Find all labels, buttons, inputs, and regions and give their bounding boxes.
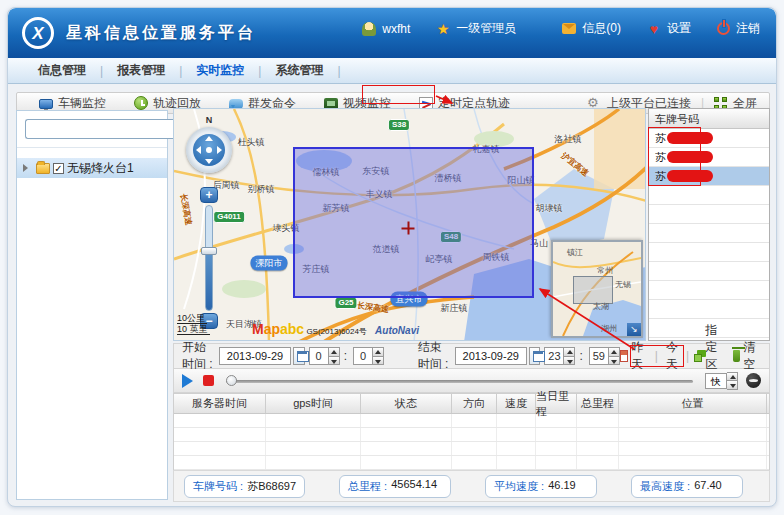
speed-field[interactable]: 快 [705, 373, 727, 389]
playback-slider[interactable] [226, 374, 693, 388]
slider-track[interactable] [226, 380, 693, 383]
tab-信息管理[interactable]: 信息管理 [24, 62, 100, 79]
logout-power-icon [717, 22, 730, 35]
monitor-icon [39, 99, 53, 109]
nav-tab-bar: 信息管理|报表管理|实时监控|系统管理| [8, 58, 776, 84]
start-date-field[interactable] [219, 347, 291, 365]
zoom-in-button[interactable]: + [200, 187, 218, 203]
inset-label: 无锡 [615, 279, 631, 290]
calendar-icon [620, 350, 628, 362]
column-header-gps时间[interactable]: gps时间 [266, 394, 361, 413]
start-hour-field[interactable]: 0 [309, 347, 329, 365]
tree-node-无锡烽火台1[interactable]: ✓无锡烽火台1 [17, 158, 167, 178]
compass-north-label: N [206, 115, 213, 125]
clear-button[interactable]: 清空 [733, 339, 759, 373]
inset-label: 湖州 [601, 323, 617, 334]
plate-row-empty [649, 224, 769, 243]
map-canvas[interactable]: 杜头镇后周镇别桥镇埭头镇儒林镇东安镇丰义镇新芳镇范道镇芳庄镇新庄镇天目湖镇漕桥镇… [173, 108, 646, 341]
inset-label: 常州 [597, 265, 613, 276]
plate-row-empty [649, 243, 769, 262]
column-header-状态[interactable]: 状态 [361, 394, 452, 413]
column-header-当日里程[interactable]: 当日里程 [536, 394, 577, 413]
pan-left-arrow-icon[interactable] [196, 146, 201, 154]
end-date-field[interactable] [455, 347, 527, 365]
playback-globe-icon[interactable] [746, 373, 761, 388]
status-value: 67.40 [694, 479, 722, 491]
column-header-总里程[interactable]: 总里程 [577, 394, 619, 413]
scale-mi-label: 10 英里 [177, 324, 210, 335]
speed-stepper[interactable] [727, 372, 738, 390]
status-box-总里程: 总里程 :45654.14 [339, 475, 451, 498]
start-calendar-icon[interactable] [293, 347, 305, 365]
plate-row[interactable]: 苏 [649, 167, 769, 186]
pan-up-arrow-icon[interactable] [205, 136, 213, 141]
stop-button-icon[interactable] [203, 375, 214, 386]
plate-row[interactable]: 苏 [649, 148, 769, 167]
end-time-label: 结束时间 : [418, 339, 451, 373]
messages-icon [562, 23, 576, 34]
column-header-位置[interactable]: 位置 [619, 394, 767, 413]
settings-heart-icon: ♥ [647, 22, 661, 36]
tab-报表管理[interactable]: 报表管理 [103, 62, 179, 79]
end-calendar-icon[interactable] [529, 347, 541, 365]
vehicle-tree: ✓无锡烽火台1 [17, 158, 167, 178]
page-title: 星科信息位置服务平台 [66, 23, 256, 44]
end-minute-stepper[interactable] [609, 347, 620, 365]
compass-center-dot[interactable] [206, 147, 212, 153]
column-header-服务器时间[interactable]: 服务器时间 [174, 394, 266, 413]
tab-实时监控[interactable]: 实时监控 [182, 62, 258, 79]
start-hour-stepper[interactable] [329, 347, 340, 365]
column-header-方向[interactable]: 方向 [452, 394, 497, 413]
plate-row[interactable]: 苏 [649, 129, 769, 148]
toolbar-button-车辆监控[interactable]: 车辆监控 [39, 95, 106, 112]
pan-right-arrow-icon[interactable] [217, 146, 222, 154]
settings-link[interactable]: 设置 [667, 20, 691, 37]
column-header-速度[interactable]: 速度 [497, 394, 536, 413]
expander-icon[interactable] [23, 164, 32, 172]
time-controls-bar: 开始时间 : 0 : 0 结束时间 : 23 : 59 昨天 | 今天 | 指定… [173, 343, 770, 369]
start-time-label: 开始时间 : [182, 339, 215, 373]
replay-icon [134, 96, 148, 110]
end-minute-field[interactable]: 59 [589, 347, 609, 365]
map-scale-bar: 10公里 10 英里 [177, 313, 210, 335]
search-input[interactable] [25, 119, 176, 139]
zoom-track[interactable] [205, 205, 213, 311]
plate-list-panel: 车牌号码 苏苏苏 [648, 108, 770, 341]
map-license-label: GS(2013)6024号 [306, 327, 366, 336]
plate-column-header: 车牌号码 [649, 109, 769, 129]
logout-link[interactable]: 注销 [736, 20, 760, 37]
scale-km-label: 10公里 [177, 313, 207, 324]
user-bar: wxfht ★ 一级管理员 信息(0) ♥ 设置 注销 [362, 20, 760, 37]
start-minute-field[interactable]: 0 [353, 347, 373, 365]
zoom-handle[interactable] [201, 247, 217, 255]
trash-icon [733, 350, 740, 362]
play-button-icon[interactable] [182, 374, 193, 388]
map-compass-control[interactable]: N [186, 127, 232, 173]
map-road-shield: G25 [334, 297, 357, 309]
tree-checkbox[interactable]: ✓ [53, 163, 64, 174]
plate-row-empty [649, 186, 769, 205]
table-row [174, 442, 769, 456]
start-minute-stepper[interactable] [373, 347, 384, 365]
autonavi-brand-label: AutoNavi [375, 325, 419, 336]
tab-系统管理[interactable]: 系统管理 [261, 62, 337, 79]
track-data-table: 服务器时间gps时间状态方向速度当日里程总里程位置 [173, 393, 770, 470]
application-window: X 星科信息位置服务平台 wxfht ★ 一级管理员 信息(0) ♥ 设置 注销… [0, 0, 784, 515]
status-value: 46.19 [548, 479, 576, 491]
status-box-平均速度: 平均速度 :46.19 [485, 475, 597, 498]
messages-link[interactable]: 信息(0) [582, 20, 621, 37]
time-colon: : [344, 349, 347, 363]
today-button[interactable]: 今天 [666, 339, 678, 373]
pan-down-arrow-icon[interactable] [205, 159, 213, 164]
end-hour-field[interactable]: 23 [544, 347, 564, 365]
map-town-label: 胡埭镇 [536, 202, 563, 215]
plate-list: 苏苏苏 [649, 129, 769, 338]
slider-handle[interactable] [226, 375, 237, 386]
message-icon [229, 99, 243, 109]
map-town-label: 杜头镇 [238, 136, 265, 149]
header-bar: X 星科信息位置服务平台 wxfht ★ 一级管理员 信息(0) ♥ 设置 注销 [8, 8, 776, 58]
tab-separator: | [337, 64, 340, 78]
end-hour-stepper[interactable] [564, 347, 575, 365]
status-box-最高速度: 最高速度 :67.40 [631, 475, 743, 498]
yesterday-button[interactable]: 昨天 [620, 339, 647, 373]
